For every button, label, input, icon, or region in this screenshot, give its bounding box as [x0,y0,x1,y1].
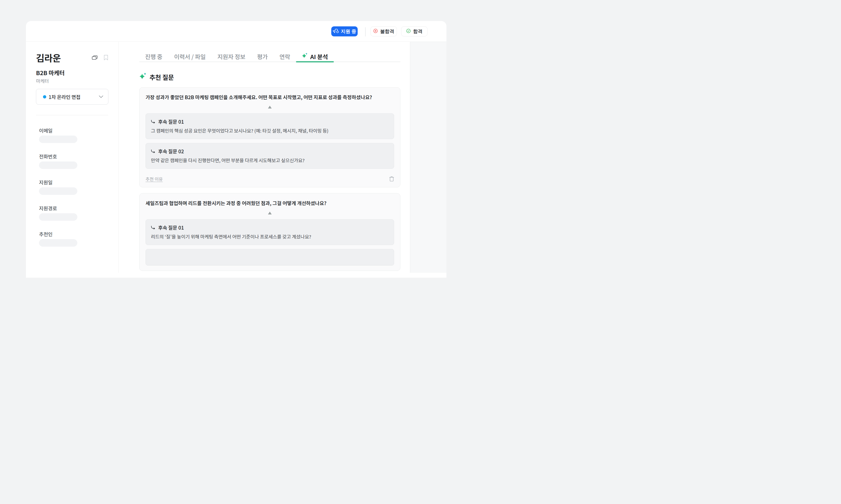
chevron-down-icon [99,95,103,98]
field-value-skeleton [39,187,77,195]
copy-card-icon[interactable] [92,55,98,60]
sparkle-icon [139,73,147,82]
followup-title: 후속 질문 02 [158,148,184,155]
right-rail [410,42,420,252]
tab-applicant-info[interactable]: 지원자 정보 [211,51,251,61]
pass-button[interactable]: 합격 [401,26,420,36]
field-label: 추천인 [39,231,108,237]
followup-card: 후속 질문 02 만약 같은 캠페인을 다시 진행한다면, 어떤 부분을 다르게… [145,143,394,169]
field-phone: 전화번호 [39,153,108,169]
main-content: 진행 중 이력서 / 파일 지원자 정보 평가 연락 AI 분석 추천 질문 가… [119,42,410,252]
question-text: 가장 성과가 좋았던 B2B 마케팅 캠페인을 소개해주세요. 어떤 목표로 시… [145,93,394,101]
trash-icon[interactable] [389,176,394,182]
status-button-label: 지원 중 [341,28,356,35]
tab-contact[interactable]: 연락 [274,51,296,61]
followup-text: 만약 같은 캠페인을 다시 진행한다면, 어떤 부분을 다르게 시도해보고 싶으… [151,157,389,164]
followup-text: 그 캠페인의 핵심 성공 요인은 무엇이었다고 보시나요? (예: 타깃 설정,… [151,127,389,134]
reject-button[interactable]: 불합격 [371,26,397,36]
field-label: 전화번호 [39,153,108,160]
field-value-skeleton [39,136,77,143]
candidate-name: 김라운 [36,53,61,63]
followup-title: 후속 질문 01 [158,118,184,125]
triangle-up-icon [268,212,272,214]
circle-check-icon [406,29,411,34]
field-value-skeleton [39,239,77,247]
window-header: 지원 중 불합격 합격 [26,21,420,42]
field-email: 이메일 [39,127,108,143]
ai-sparkle-icon [302,52,308,61]
followup-text: 리드의 ‘질’을 높이기 위해 마케팅 측면에서 어떤 기준이나 프로세스를 갖… [151,233,389,240]
corner-down-right-icon [151,224,156,231]
field-apply-date: 지원일 [39,179,108,195]
field-apply-channel: 지원경로 [39,205,108,221]
section-title: 추천 질문 [150,73,174,82]
collapse-button[interactable] [265,211,274,215]
field-value-skeleton [39,161,77,169]
pipeline-stage-icon [333,29,339,34]
corner-down-right-icon [151,118,156,125]
tab-label: 지원자 정보 [217,52,245,61]
field-label: 이메일 [39,127,108,134]
question-card-1: 가장 성과가 좋았던 B2B 마케팅 캠페인을 소개해주세요. 어떤 목표로 시… [139,87,400,187]
tab-label: 연락 [279,52,290,61]
stage-select[interactable]: 1차 온라인 면접 [36,89,108,105]
tab-label: 평가 [257,52,268,61]
pass-button-label: 합격 [413,28,421,35]
stage-status-dot [43,95,46,98]
field-value-skeleton [39,213,77,221]
tab-evaluation[interactable]: 평가 [251,51,274,61]
field-label: 지원경로 [39,205,108,211]
applied-department: 마케터 [36,78,108,84]
applicant-detail-window: 지원 중 불합격 합격 김라운 B2B 마케터 마케터 1차 온라인 [26,21,420,252]
followup-card [145,249,394,252]
followup-title: 후속 질문 01 [158,224,184,231]
collapse-button[interactable] [265,105,274,109]
followup-card: 후속 질문 01 그 캠페인의 핵심 성공 요인은 무엇이었다고 보시나요? (… [145,113,394,139]
tab-in-progress[interactable]: 진행 중 [139,51,168,61]
bookmark-icon[interactable] [104,55,108,60]
recommendation-reason-link[interactable]: 추천 이유 [145,176,163,182]
question-card-2: 세일즈팀과 협업하며 리드를 전환시키는 과정 중 어려웠던 점과, 그걸 어떻… [139,193,400,252]
corner-down-right-icon [151,148,156,155]
tab-label: 이력서 / 파일 [174,52,206,61]
tab-resume-files[interactable]: 이력서 / 파일 [168,51,211,61]
tab-label: 진행 중 [145,52,162,61]
applied-position: B2B 마케터 [36,69,108,76]
tab-ai-analysis[interactable]: AI 분석 [296,51,333,61]
followup-card: 후속 질문 01 리드의 ‘질’을 높이기 위해 마케팅 측면에서 어떤 기준이… [145,219,394,245]
tab-bar: 진행 중 이력서 / 파일 지원자 정보 평가 연락 AI 분석 [139,51,400,62]
header-divider [365,27,366,36]
triangle-up-icon [268,106,272,108]
question-text: 세일즈팀과 협업하며 리드를 전환시키는 과정 중 어려웠던 점과, 그걸 어떻… [145,199,394,207]
circle-x-icon [373,29,378,34]
reject-button-label: 불합격 [380,28,394,35]
tab-label: AI 분석 [310,52,328,61]
field-referrer: 추천인 [39,231,108,247]
status-button[interactable]: 지원 중 [331,26,358,36]
candidate-sidebar: 김라운 B2B 마케터 마케터 1차 온라인 면접 이메일 [26,42,119,252]
stage-select-value: 1차 온라인 면접 [49,93,80,100]
field-label: 지원일 [39,179,108,185]
